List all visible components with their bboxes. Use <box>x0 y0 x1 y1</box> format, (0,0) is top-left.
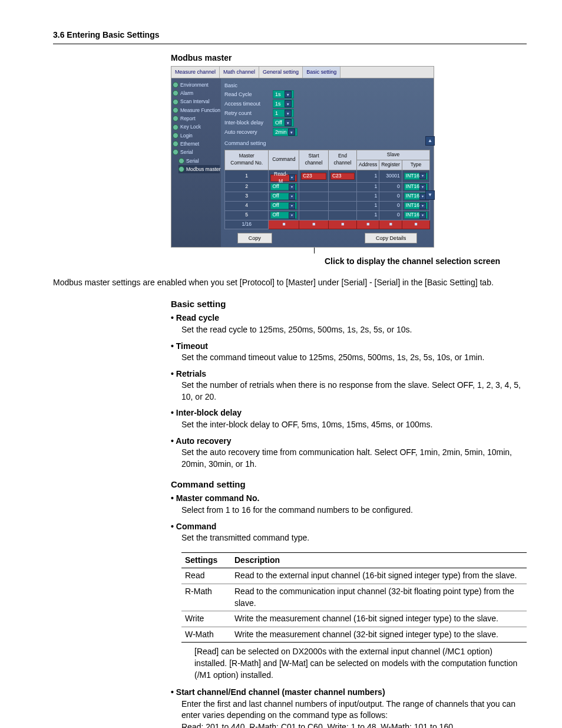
tree-icon <box>173 99 178 105</box>
cell-start[interactable]: C23 <box>299 170 329 182</box>
item-body: Set the transmitted command type. <box>181 532 527 544</box>
table-row: ReadRead to the external input channel (… <box>181 568 527 584</box>
cell-register[interactable]: 0 <box>379 192 402 201</box>
chevron-down-icon: ▾ <box>285 110 292 117</box>
cell-end[interactable] <box>328 182 356 192</box>
table-note: [Read] can be selected on DX2000s with t… <box>194 646 527 681</box>
tree-icon <box>173 133 178 139</box>
cell-register[interactable]: 0 <box>379 210 402 220</box>
chevron-down-icon: ▾ <box>285 91 292 98</box>
setting-row: Read Cycle1s▾ <box>224 90 430 98</box>
cell-type[interactable]: INT16▾ <box>402 210 429 220</box>
sidebar-item[interactable]: Report <box>173 114 220 123</box>
setting-dropdown[interactable]: 1▾ <box>273 109 294 117</box>
item-title: Command <box>171 522 216 531</box>
chevron-down-icon: ▾ <box>419 203 426 209</box>
cell-register[interactable]: 30001 <box>379 170 402 182</box>
table-row: 4Off▾10INT16▾ <box>225 201 430 210</box>
item-body: Set the command timeout value to 125ms, … <box>181 352 527 364</box>
cell-end[interactable] <box>328 210 356 220</box>
copy-details-button[interactable]: Copy Details <box>365 233 417 244</box>
slider-row[interactable]: 1/16■■■■■■ <box>225 220 430 229</box>
command-table: Master Command No. Command Start channel… <box>224 150 430 229</box>
sidebar-item[interactable]: Serial <box>178 157 220 165</box>
sidebar: EnvironmentAlarmScan IntervalMeasure Fun… <box>171 78 221 247</box>
setting-dropdown[interactable]: Off▾ <box>273 118 294 127</box>
item-title: Timeout <box>171 341 208 351</box>
sidebar-item[interactable]: Measure Function <box>173 106 220 114</box>
copy-button[interactable]: Copy <box>237 233 272 244</box>
th-command: Command <box>269 150 299 170</box>
cell-address[interactable]: 1 <box>356 170 379 182</box>
cell-address[interactable]: 1 <box>356 210 379 220</box>
tab-basic-setting[interactable]: Basic setting <box>303 67 340 78</box>
table-row: WriteWrite the measurement channel (16-b… <box>181 611 527 627</box>
screenshot: Measure channel Math channel General set… <box>171 66 434 248</box>
cell-command[interactable]: Read-M▾ <box>269 170 299 182</box>
tree-icon <box>173 90 178 96</box>
th-end: End channel <box>328 150 356 170</box>
sidebar-item-label: Modbus master <box>186 166 221 173</box>
tree-icon <box>173 141 178 147</box>
setting-label: Access timeout <box>224 100 273 108</box>
setting-row: Access timeout1s▾ <box>224 100 430 108</box>
cell-end[interactable]: C23 <box>328 170 356 182</box>
sidebar-item[interactable]: Scan Interval <box>173 97 220 106</box>
cell-start[interactable] <box>299 182 329 192</box>
item-body: Select from 1 to 16 for the command numb… <box>181 505 527 516</box>
setting-dropdown[interactable]: 1s▾ <box>273 90 294 98</box>
setting-dropdown[interactable]: 1s▾ <box>273 100 294 108</box>
table-row: 2Off▾10INT16▾ <box>225 182 430 192</box>
scroll-down-icon[interactable]: ▼ <box>425 190 435 200</box>
cell-command[interactable]: Off▾ <box>269 182 299 192</box>
section-title: Modbus master <box>171 52 527 64</box>
setting-label: Read Cycle <box>224 91 273 98</box>
tree-icon <box>173 149 178 155</box>
cell-register[interactable]: 0 <box>379 201 402 210</box>
cell-command[interactable]: Off▾ <box>269 210 299 220</box>
tab-bar: Measure channel Math channel General set… <box>171 67 434 78</box>
sidebar-item[interactable]: Ethernet <box>173 140 220 148</box>
setting-row: Inter-block delayOff▾ <box>224 118 430 127</box>
sidebar-item[interactable]: Login <box>173 131 220 140</box>
cell-end[interactable] <box>328 201 356 210</box>
cell-address[interactable]: 1 <box>356 201 379 210</box>
tab-measure-channel[interactable]: Measure channel <box>171 67 220 78</box>
cell-end[interactable] <box>328 192 356 201</box>
cell-setting: Write <box>181 611 231 627</box>
list-item: RetrialsSet the number of retrials when … <box>171 368 527 403</box>
cell-start[interactable] <box>299 192 329 201</box>
tab-general-setting[interactable]: General setting <box>259 67 303 78</box>
header-rule <box>53 44 527 44</box>
list-item: CommandSet the transmitted command type. <box>171 521 527 544</box>
tab-math-channel[interactable]: Math channel <box>220 67 259 78</box>
cell-no: 3 <box>225 192 269 201</box>
sidebar-item-label: Serial <box>180 149 193 156</box>
sidebar-item[interactable]: Environment <box>173 81 220 89</box>
cell-desc: Read to the external input channel (16-b… <box>231 568 527 584</box>
intro-paragraph: Modbus master settings are enabled when … <box>53 277 527 289</box>
cell-start[interactable] <box>299 210 329 220</box>
sidebar-item[interactable]: Modbus master <box>178 165 220 173</box>
sidebar-item[interactable]: Serial <box>173 148 220 156</box>
cell-type[interactable]: INT16▾ <box>402 201 429 210</box>
scroll-up-icon[interactable]: ▲ <box>425 136 435 146</box>
chevron-down-icon: ▾ <box>288 129 295 136</box>
setting-dropdown[interactable]: 2min▾ <box>273 128 297 136</box>
cell-command[interactable]: Off▾ <box>269 192 299 201</box>
cell-address[interactable]: 1 <box>356 182 379 192</box>
sidebar-item[interactable]: Alarm <box>173 89 220 97</box>
setting-row: Retry count1▾ <box>224 109 430 117</box>
basic-setting-head: Basic setting <box>171 298 527 310</box>
page-header: 3.6 Entering Basic Settings <box>53 29 527 41</box>
th-start: Start channel <box>299 150 329 170</box>
cell-start[interactable] <box>299 201 329 210</box>
cell-command[interactable]: Off▾ <box>269 201 299 210</box>
item-body: Set the inter-block delay to OFF, 5ms, 1… <box>181 419 527 431</box>
item-title: Auto recovery <box>171 436 231 446</box>
cell-register[interactable]: 0 <box>379 182 402 192</box>
cell-address[interactable]: 1 <box>356 192 379 201</box>
th-register: Register <box>379 160 402 170</box>
sidebar-item[interactable]: Key Lock <box>173 123 220 131</box>
chevron-down-icon: ▾ <box>419 212 426 219</box>
